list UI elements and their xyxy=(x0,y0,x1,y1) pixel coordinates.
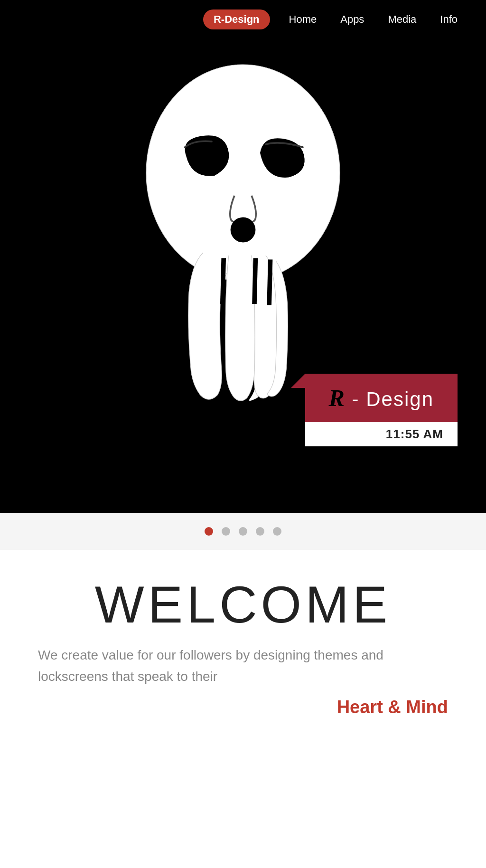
brand-label-box: R - Design xyxy=(305,374,458,422)
nav-home[interactable]: Home xyxy=(289,13,317,26)
skull-illustration xyxy=(129,47,357,418)
time-display: 11:55 AM xyxy=(386,427,443,441)
nav-links: Home Apps Media Info xyxy=(289,13,458,26)
carousel-dot-4[interactable] xyxy=(256,527,264,536)
welcome-section: WELCOME We create value for our follower… xyxy=(0,550,486,755)
svg-point-1 xyxy=(231,217,256,243)
nav-media[interactable]: Media xyxy=(388,13,416,26)
brand-label: R - Design 11:55 AM xyxy=(305,374,458,446)
carousel-dot-3[interactable] xyxy=(239,527,247,536)
svg-point-0 xyxy=(146,65,340,281)
carousel-dot-1[interactable] xyxy=(205,527,213,536)
brand-label-triangle xyxy=(291,374,305,388)
welcome-body: We create value for our followers by des… xyxy=(38,645,448,688)
skull-svg xyxy=(129,47,357,418)
nav-apps[interactable]: Apps xyxy=(340,13,364,26)
nav-logo[interactable]: R-Design xyxy=(203,9,270,29)
nav-info[interactable]: Info xyxy=(440,13,458,26)
navbar: R-Design Home Apps Media Info xyxy=(0,0,486,39)
time-label: 11:55 AM xyxy=(305,422,458,446)
hero-section: R-Design Home Apps Media Info xyxy=(0,0,486,513)
brand-name: R - Design xyxy=(329,388,434,410)
carousel-dot-2[interactable] xyxy=(222,527,230,536)
carousel-dot-5[interactable] xyxy=(273,527,281,536)
welcome-title: WELCOME xyxy=(38,578,448,631)
r-letter: R xyxy=(329,385,346,411)
heart-mind-cta[interactable]: Heart & Mind xyxy=(38,697,448,717)
carousel-dots xyxy=(0,513,486,550)
